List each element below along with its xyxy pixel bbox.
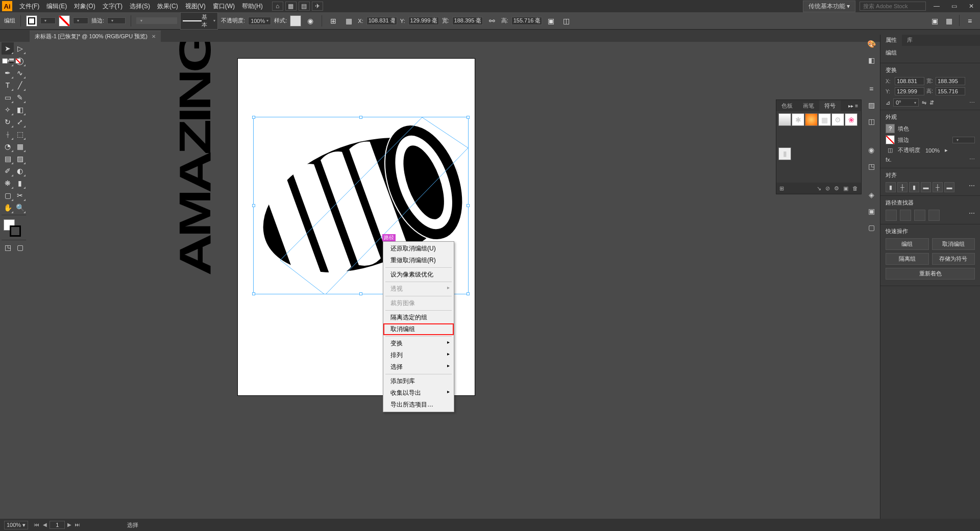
column-graph-tool[interactable]: ▮ — [14, 177, 26, 189]
layers-panel-icon[interactable]: ◈ — [866, 190, 876, 200]
zoom-tool[interactable]: 🔍 — [14, 201, 26, 214]
prop-fx-label[interactable]: fx. — [886, 157, 892, 163]
opacity-input[interactable]: 100% — [248, 17, 271, 25]
envelope-icon[interactable]: ◫ — [560, 15, 573, 27]
stroke-weight-input[interactable] — [107, 17, 126, 24]
qa-group-button[interactable]: 编组 — [886, 238, 929, 250]
symbol-item[interactable]: ▮ — [778, 147, 791, 160]
prop-opacity-value[interactable]: 100% — [925, 147, 940, 154]
menu-file[interactable]: 文件(F) — [16, 1, 42, 12]
symbol-item[interactable]: ✱ — [792, 113, 804, 126]
align-left-icon[interactable]: ▮ — [886, 182, 896, 192]
asset-export-icon[interactable]: ▣ — [866, 206, 876, 216]
ctx-pixel-perfect[interactable]: 设为像素级优化 — [383, 269, 454, 281]
h-input[interactable] — [511, 17, 542, 25]
color-panel-icon[interactable]: 🎨 — [866, 39, 876, 49]
grid-icon[interactable]: ▦ — [285, 2, 297, 11]
menu-select[interactable]: 选择(S) — [127, 1, 153, 12]
align-hcenter-icon[interactable]: ┼ — [897, 182, 908, 192]
color-guide-icon[interactable]: ◧ — [866, 55, 876, 65]
panel-menu-icon[interactable]: ≡ — [964, 15, 976, 27]
share-icon[interactable]: ✈ — [312, 2, 323, 11]
curvature-tool[interactable]: ∿ — [14, 67, 26, 79]
more-options-icon[interactable]: ⋯ — [969, 182, 975, 192]
ctx-add-to-library[interactable]: 添加到库 — [383, 375, 454, 387]
tab-properties[interactable]: 属性 — [880, 35, 902, 46]
qa-recolor-button[interactable]: 重新着色 — [886, 268, 975, 280]
zoom-level-select[interactable]: 100% ▾ — [4, 521, 28, 529]
menu-edit[interactable]: 编辑(E) — [43, 1, 70, 12]
pf-intersect-icon[interactable] — [914, 210, 925, 221]
eyedropper-tool[interactable]: ✐ — [2, 165, 14, 177]
ctx-export-selection[interactable]: 导出所选项目… — [383, 399, 454, 411]
delete-symbol-icon[interactable]: 🗑 — [852, 185, 858, 191]
gradient-mode-icon[interactable] — [9, 58, 14, 64]
place-symbol-icon[interactable]: ↘ — [817, 185, 821, 192]
pen-tool[interactable]: ✒ — [2, 67, 14, 79]
color-mode-icon[interactable] — [2, 58, 8, 64]
document-tab[interactable]: 未标题-1 [已恢复]* @ 100% (RGB/GPU 预览) ✕ — [30, 31, 161, 42]
workspace-selector[interactable]: 传统基本功能 ▾ — [803, 1, 855, 12]
search-stock-input[interactable] — [860, 2, 926, 11]
flip-h-icon[interactable]: ⇋ — [922, 99, 926, 106]
window-minimize-icon[interactable]: — — [930, 2, 943, 11]
fill-swatch[interactable] — [26, 15, 37, 27]
menu-window[interactable]: 窗口(W) — [210, 1, 238, 12]
align-bottom-icon[interactable]: ▬ — [944, 182, 954, 192]
stroke-color-icon[interactable] — [10, 225, 21, 237]
menu-effect[interactable]: 效果(C) — [154, 1, 181, 12]
ctx-transform[interactable]: 变换 — [383, 338, 454, 349]
tab-swatches[interactable]: 色板 — [776, 100, 798, 111]
rectangle-tool[interactable]: ▭ — [2, 91, 14, 104]
width-tool[interactable]: ⟊ — [2, 128, 14, 140]
ctx-ungroup[interactable]: 取消编组 — [383, 323, 454, 335]
more-options-icon[interactable]: ⋯ — [969, 156, 975, 163]
mesh-tool[interactable]: ▤ — [2, 153, 14, 165]
arrange-icon[interactable]: ▤ — [299, 2, 310, 11]
type-tool[interactable]: T — [2, 79, 14, 91]
symbol-item[interactable] — [805, 113, 818, 126]
perspective-tool[interactable]: ▦ — [14, 140, 26, 153]
ctx-redo-ungroup[interactable]: 重做取消编组(R) — [383, 255, 454, 266]
eraser-tool[interactable]: ◧ — [14, 104, 26, 116]
menu-object[interactable]: 对象(O) — [71, 1, 98, 12]
prev-artboard-icon[interactable]: ◀ — [41, 521, 48, 528]
selection-tool[interactable]: ➤ — [2, 42, 14, 55]
shape-mode-icon[interactable]: ▣ — [545, 15, 557, 27]
qa-ungroup-button[interactable]: 取消编组 — [932, 238, 975, 250]
shape-builder-tool[interactable]: ◔ — [2, 140, 14, 153]
stroke-dropdown[interactable] — [73, 17, 88, 24]
new-symbol-icon[interactable]: ▣ — [843, 185, 848, 192]
qa-isolate-button[interactable]: 隔离组 — [886, 253, 929, 265]
pf-unite-icon[interactable] — [886, 210, 897, 221]
graphic-styles-icon[interactable]: ◳ — [866, 161, 876, 171]
crop-view-icon[interactable]: ▣ — [928, 15, 941, 27]
artboard-tool[interactable]: ▢ — [2, 189, 14, 201]
home-icon[interactable]: ⌂ — [272, 2, 283, 11]
ctx-isolate-group[interactable]: 隔离选定的组 — [383, 312, 454, 323]
menu-help[interactable]: 帮助(H) — [239, 1, 266, 12]
free-transform-tool[interactable]: ⬚ — [14, 128, 26, 140]
presentation-icon[interactable]: ▦ — [943, 15, 955, 27]
ctx-select[interactable]: 选择 — [383, 361, 454, 373]
paintbrush-tool[interactable]: ✎ — [14, 91, 26, 104]
stroke-swatch[interactable] — [59, 15, 70, 27]
align-top-icon[interactable]: ▬ — [921, 182, 931, 192]
stroke-profile[interactable]: 基本 — [180, 12, 218, 30]
ctx-collect-export[interactable]: 收集以导出 — [383, 387, 454, 399]
prop-angle-input[interactable]: 0° — [893, 98, 919, 107]
y-input[interactable] — [408, 17, 439, 25]
align-icon[interactable]: ⊞ — [327, 15, 339, 27]
symbol-item[interactable] — [778, 113, 791, 126]
x-input[interactable] — [366, 17, 397, 25]
tab-libraries[interactable]: 库 — [902, 35, 918, 46]
tab-close-icon[interactable]: ✕ — [152, 34, 156, 39]
symbol-item[interactable]: ❀ — [845, 113, 857, 126]
pf-exclude-icon[interactable] — [928, 210, 940, 221]
break-link-icon[interactable]: ⊘ — [825, 185, 830, 192]
more-options-icon[interactable]: ⋯ — [969, 210, 975, 221]
gradient-panel-icon[interactable]: ▨ — [866, 100, 876, 110]
screen-mode-icon[interactable]: ▢ — [14, 241, 26, 254]
artboard-number-input[interactable] — [50, 521, 65, 529]
prop-x-input[interactable] — [895, 77, 924, 85]
